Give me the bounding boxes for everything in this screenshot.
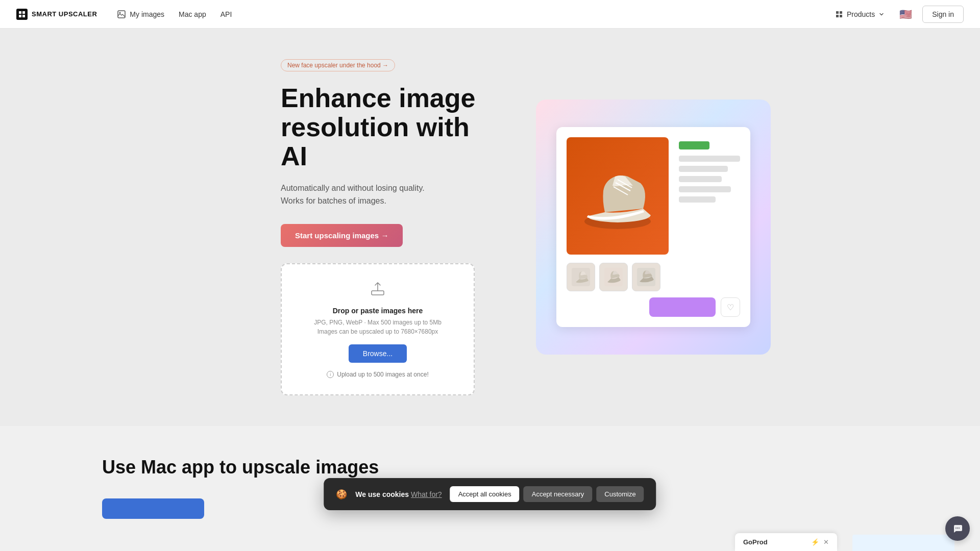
thumbnail-3[interactable] — [632, 263, 660, 291]
sign-in-button[interactable]: Sign in — [922, 6, 964, 23]
hero-left: New face upscaler under the hood → Enhan… — [281, 29, 495, 426]
svg-point-5 — [119, 12, 121, 13]
upload-limit: i Upload up to 500 images at once! — [302, 371, 453, 378]
svg-rect-6 — [836, 11, 839, 14]
hero-title: Enhance image resolution with AI — [281, 84, 495, 171]
upload-subtitle: JPG, PNG, WebP · Max 500 images up to 5M… — [302, 318, 453, 336]
nav-mac-app[interactable]: Mac app — [179, 10, 206, 18]
nav-my-images[interactable]: My images — [117, 10, 164, 18]
svg-point-20 — [959, 528, 960, 529]
logo-icon — [16, 9, 28, 20]
svg-rect-4 — [118, 11, 125, 18]
cookie-buttons: Accept all cookies Accept necessary Cust… — [450, 486, 644, 502]
product-main-image — [567, 137, 669, 255]
browse-button[interactable]: Browse... — [349, 344, 407, 363]
upload-title: Drop or paste images here — [302, 307, 453, 315]
info-bar-2 — [679, 166, 728, 172]
product-card-wrapper: ♡ — [536, 99, 771, 355]
svg-rect-9 — [840, 15, 842, 17]
cta-button[interactable]: Start upscaling images → — [281, 224, 403, 247]
navbar: SMART UPSCALER My images Mac app API P — [0, 0, 980, 29]
thumbnail-2[interactable] — [599, 263, 628, 291]
svg-rect-8 — [836, 15, 839, 17]
upload-zone: Drop or paste images here JPG, PNG, WebP… — [281, 263, 475, 395]
bottom-bar-title: GoProd — [743, 538, 768, 546]
customize-button[interactable]: Customize — [596, 486, 644, 502]
nav-links: My images Mac app API — [117, 10, 830, 18]
accept-all-cookies-button[interactable]: Accept all cookies — [450, 486, 520, 502]
bottom-cta[interactable] — [102, 498, 204, 519]
info-bar-5 — [679, 196, 716, 203]
accept-necessary-button[interactable]: Accept necessary — [524, 486, 593, 502]
hero-section: New face upscaler under the hood → Enhan… — [0, 0, 980, 426]
svg-rect-3 — [22, 15, 25, 17]
announcement-badge[interactable]: New face upscaler under the hood → — [281, 59, 395, 71]
svg-point-19 — [957, 528, 958, 529]
hero-subtitle: Automatically and without losing quality… — [281, 182, 495, 208]
thumbnail-1[interactable] — [567, 263, 595, 291]
bottom-input-bar — [852, 535, 954, 551]
info-bar-4 — [679, 186, 731, 192]
add-to-cart-button[interactable] — [649, 297, 716, 317]
svg-rect-1 — [22, 11, 25, 14]
bottom-bar-icons: ⚡ ✕ — [811, 538, 829, 546]
svg-rect-10 — [372, 291, 384, 295]
cookie-icon: 🍪 — [336, 489, 347, 500]
info-green-bar — [679, 141, 709, 149]
bottom-bar-mockup: GoProd ⚡ ✕ — [735, 533, 837, 551]
hero-right: ♡ — [536, 99, 771, 355]
bottom-bar-icon-1[interactable]: ⚡ — [811, 538, 819, 546]
upload-icon — [302, 281, 453, 300]
bottom-title: Use Mac app to upscale images — [102, 457, 878, 478]
products-button[interactable]: Products — [830, 7, 889, 21]
info-bar-1 — [679, 156, 740, 162]
logo[interactable]: SMART UPSCALER — [16, 9, 97, 20]
cookie-banner: 🍪 We use cookies What for? Accept all co… — [324, 478, 656, 510]
bottom-bar-icon-2[interactable]: ✕ — [823, 538, 829, 546]
info-icon: i — [327, 371, 334, 378]
product-card-top — [567, 137, 740, 255]
product-thumbnails — [567, 263, 740, 291]
info-bar-3 — [679, 176, 722, 182]
svg-rect-2 — [19, 15, 21, 17]
product-card-bottom: ♡ — [567, 297, 740, 317]
nav-api[interactable]: API — [220, 10, 232, 18]
chat-widget[interactable] — [945, 516, 970, 541]
svg-rect-7 — [840, 11, 842, 14]
language-selector[interactable]: 🇺🇸 — [899, 8, 912, 20]
nav-right: Products 🇺🇸 Sign in — [830, 6, 964, 23]
product-card: ♡ — [556, 127, 750, 327]
svg-rect-0 — [19, 11, 21, 14]
svg-point-18 — [955, 528, 957, 529]
cookie-text: We use cookies What for? — [355, 490, 442, 498]
product-info — [679, 137, 740, 255]
cookie-link[interactable]: What for? — [411, 490, 442, 498]
wishlist-button[interactable]: ♡ — [721, 297, 740, 317]
